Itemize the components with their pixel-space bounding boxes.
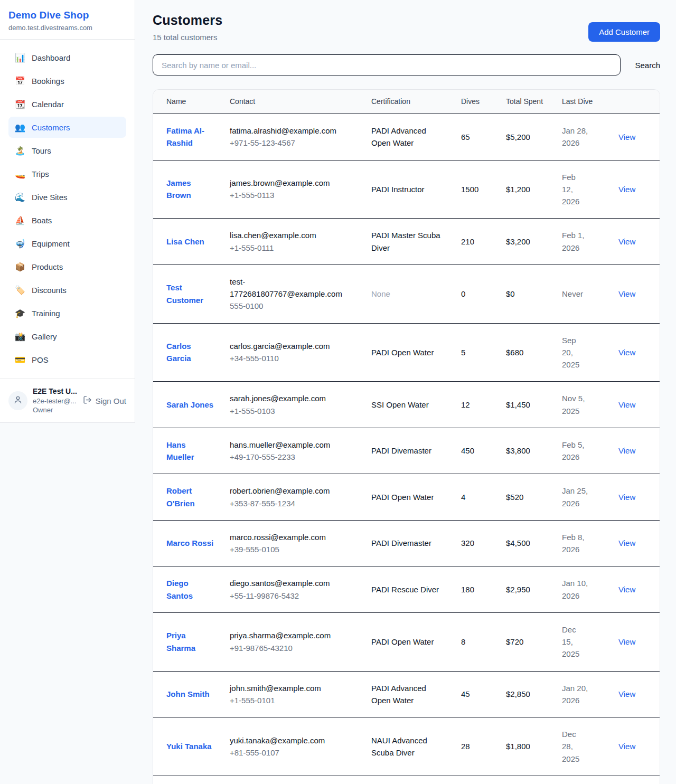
column-header-total-spent: Total Spent — [506, 90, 562, 114]
sidebar-item-dashboard[interactable]: 📊 Dashboard — [8, 47, 126, 68]
view-link[interactable]: View — [618, 446, 635, 455]
credit-card-icon: 💳 — [15, 355, 25, 365]
sidebar-item-customers[interactable]: 👥 Customers — [8, 117, 126, 138]
table-row: John Smith john.smith@example.com +1-555… — [153, 672, 660, 718]
certification-cell: PADI Advanced Open Water — [371, 114, 456, 160]
customer-name-cell: Hans Mueller — [153, 428, 230, 474]
contact-cell: test-1772681807767@example.com 555-0100 — [230, 265, 371, 323]
sidebar-item-pos[interactable]: 💳 POS — [8, 349, 126, 370]
table-row: Diego Santos diego.santos@example.com +5… — [153, 566, 660, 613]
contact-cell: diego.santos@example.com +55-11-99876-54… — [230, 566, 371, 612]
customer-name-link[interactable]: Fatima Al-Rashid — [166, 125, 215, 149]
last-dive-cell: Dec 15, 2025 — [562, 613, 603, 671]
view-cell: View — [618, 782, 660, 784]
view-cell: View — [618, 225, 660, 258]
view-link[interactable]: View — [618, 400, 635, 409]
shop-domain: demo.test.divestreams.com — [8, 24, 126, 32]
customer-email: fatima.alrashid@example.com — [230, 125, 356, 137]
sidebar-item-trips[interactable]: 🚤 Trips — [8, 163, 126, 184]
table-header-row: Name Contact Certification Dives Total S… — [153, 90, 660, 114]
sidebar-item-label: Tours — [32, 146, 51, 155]
total-spent-cell: $2,950 — [506, 573, 562, 606]
last-dive-cell: Feb 1, 2026 — [562, 219, 603, 265]
customer-name-link[interactable]: Carlos Garcia — [166, 340, 215, 365]
total-spent-cell: $0 — [506, 277, 562, 310]
sidebar-item-boats[interactable]: ⛵ Boats — [8, 210, 126, 231]
view-link[interactable]: View — [618, 133, 635, 141]
dives-cell: 1500 — [461, 173, 506, 206]
certification-cell: SSI Open Water — [371, 388, 456, 421]
sidebar-item-calendar[interactable]: 📆 Calendar — [8, 93, 126, 115]
certification-cell: PADI Master Scuba Diver — [371, 219, 456, 265]
customer-email: diego.santos@example.com — [230, 577, 356, 589]
view-link[interactable]: View — [618, 237, 635, 246]
wave-icon: 🌊 — [15, 192, 25, 202]
last-dive-cell: Dec 28, 2025 — [562, 717, 603, 776]
view-link[interactable]: View — [618, 289, 635, 298]
dives-cell: 0 — [461, 277, 506, 310]
add-customer-button[interactable]: Add Customer — [588, 22, 660, 42]
customer-name-link[interactable]: Marco Rossi — [166, 537, 213, 549]
certification-cell: PADI Open Water — [371, 336, 456, 369]
view-link[interactable]: View — [618, 742, 635, 751]
customer-name-cell: Fatima Al-Rashid — [153, 114, 230, 160]
customer-name-link[interactable]: Test Customer — [166, 281, 215, 306]
customer-name-link[interactable]: Priya Sharma — [166, 629, 215, 654]
customer-email: robert.obrien@example.com — [230, 485, 356, 497]
sign-out-button[interactable]: Sign Out — [83, 395, 126, 406]
contact-cell: priya.sharma@example.com +91-98765-43210 — [230, 619, 371, 665]
customer-email: marco.rossi@example.com — [230, 531, 356, 543]
sidebar-item-dive-sites[interactable]: 🌊 Dive Sites — [8, 186, 126, 207]
customer-name-link[interactable]: Lisa Chen — [166, 235, 204, 248]
table-row: Hans Mueller hans.mueller@example.com +4… — [153, 428, 660, 475]
dives-cell: 5 — [461, 336, 506, 369]
view-link[interactable]: View — [618, 637, 635, 646]
contact-cell: lisa.chen@example.com +1-555-0111 — [230, 219, 371, 265]
table-row: Priya Sharma priya.sharma@example.com +9… — [153, 613, 660, 672]
customer-name-link[interactable]: Diego Santos — [166, 577, 215, 602]
search-input[interactable] — [153, 54, 621, 75]
sidebar-item-training[interactable]: 🎓 Training — [8, 303, 126, 324]
customer-name-link[interactable]: Hans Mueller — [166, 439, 215, 464]
table-row: Carlos Garcia carlos.garcia@example.com … — [153, 324, 660, 382]
view-link[interactable]: View — [618, 539, 635, 547]
sidebar-item-label: Training — [32, 309, 60, 318]
view-link[interactable]: View — [618, 585, 635, 594]
customer-name-cell: James Brown — [153, 166, 230, 212]
page-header: Customers 15 total customers Add Custome… — [153, 13, 660, 42]
customers-table: Name Contact Certification Dives Total S… — [153, 89, 660, 784]
user-info: E2E Test U... e2e-tester@... Owner — [33, 386, 78, 415]
total-spent-cell: $3,800 — [506, 434, 562, 467]
customer-name-link[interactable]: Yuki Tanaka — [166, 740, 212, 752]
table-row: Sarah Jones sarah.jones@example.com +1-5… — [153, 382, 660, 428]
page-title: Customers — [153, 13, 222, 28]
customer-name-link[interactable]: James Brown — [166, 177, 215, 202]
view-link[interactable]: View — [618, 185, 635, 194]
column-header-name: Name — [153, 90, 230, 114]
customer-email: priya.sharma@example.com — [230, 629, 356, 641]
sidebar-item-bookings[interactable]: 📅 Bookings — [8, 70, 126, 91]
view-cell: View — [618, 625, 660, 658]
sidebar-item-tours[interactable]: 🏝️ Tours — [8, 140, 126, 161]
sidebar-item-equipment[interactable]: 🤿 Equipment — [8, 233, 126, 254]
customer-name-link[interactable]: Sarah Jones — [166, 399, 213, 411]
sidebar-item-discounts[interactable]: 🏷️ Discounts — [8, 279, 126, 300]
tag-icon: 🏷️ — [15, 285, 25, 295]
sidebar-item-products[interactable]: 📦 Products — [8, 256, 126, 277]
view-link[interactable]: View — [618, 689, 635, 698]
customer-phone: +81-555-0107 — [230, 747, 356, 759]
customer-phone: +34-555-0110 — [230, 352, 356, 364]
customer-name-link[interactable]: Robert O'Brien — [166, 485, 215, 509]
view-link[interactable]: View — [618, 348, 635, 357]
view-link[interactable]: View — [618, 493, 635, 502]
sidebar-item-gallery[interactable]: 📸 Gallery — [8, 326, 126, 347]
customer-name-link[interactable]: John Smith — [166, 688, 210, 700]
dives-cell: 8 — [461, 625, 506, 658]
customer-phone: +1-555-0111 — [230, 242, 356, 254]
last-dive-cell: Feb 12, 2026 — [562, 160, 603, 219]
user-email: e2e-tester@... — [33, 396, 78, 406]
search-button[interactable]: Search — [635, 56, 660, 74]
sidebar-user-footer: E2E Test U... e2e-tester@... Owner Sign … — [0, 379, 135, 422]
bar-chart-icon: 📊 — [15, 53, 25, 63]
last-dive-cell: Jan 28, 2026 — [562, 114, 603, 160]
